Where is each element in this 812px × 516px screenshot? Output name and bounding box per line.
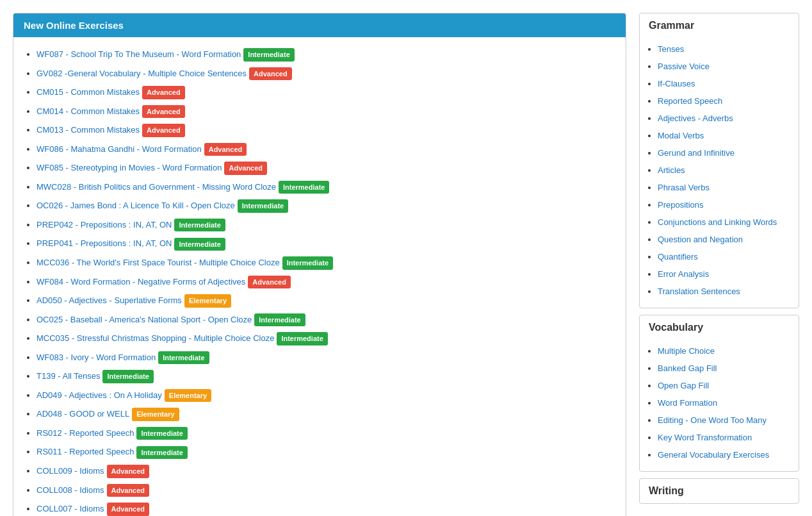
sidebar-item: Key Word Transformation <box>658 429 790 446</box>
exercise-link[interactable]: CM015 - Common Mistakes <box>37 87 140 97</box>
level-badge: Intermediate <box>174 238 225 251</box>
level-badge: Advanced <box>142 86 185 99</box>
sidebar-link[interactable]: Translation Sentences <box>658 287 740 296</box>
exercise-link[interactable]: WF086 - Mahatma Gandhi - Word Formation <box>37 144 202 154</box>
sidebar-item: Articles <box>658 162 790 179</box>
sidebar-link[interactable]: Phrasal Verbs <box>658 183 710 192</box>
sidebar-link[interactable]: Banked Gap Fill <box>658 363 717 373</box>
sidebar-item: Banked Gap Fill <box>658 360 790 377</box>
sidebar-link[interactable]: Modal Verbs <box>658 131 704 140</box>
exercise-link[interactable]: MCC036 - The World's First Space Tourist… <box>37 258 280 267</box>
list-item: MCC036 - The World's First Space Tourist… <box>37 253 615 272</box>
list-item: WF086 - Mahatma Gandhi - Word FormationA… <box>37 140 615 159</box>
exercise-link[interactable]: WF087 - School Trip To The Museum - Word… <box>37 49 241 59</box>
exercise-link[interactable]: CM014 - Common Mistakes <box>37 106 140 116</box>
exercise-link[interactable]: RS012 - Reported Speech <box>37 428 134 438</box>
list-item: AD050 - Adjectives - Superlative FormsEl… <box>37 291 615 310</box>
exercise-link[interactable]: MWC028 - British Politics and Government… <box>37 182 276 192</box>
exercise-link[interactable]: GV082 -General Vocabulary - Multiple Cho… <box>37 69 247 78</box>
list-item: T139 - All TensesIntermediate <box>37 367 615 386</box>
list-item: CM013 - Common MistakesAdvanced <box>37 121 615 140</box>
level-badge: Advanced <box>107 503 150 516</box>
exercise-link[interactable]: WF083 - Ivory - Word Formation <box>37 353 156 362</box>
sidebar-link[interactable]: Editing - One Word Too Many <box>658 415 767 425</box>
sidebar-link[interactable]: Conjunctions and Linking Words <box>658 217 777 227</box>
exercises-title: New Online Exercises <box>24 20 124 31</box>
sidebar-item: General Vocabulary Exercises <box>658 446 790 463</box>
sidebar-link[interactable]: Error Analysis <box>658 269 709 279</box>
level-badge: Elementary <box>184 294 231 308</box>
exercise-link[interactable]: COLL008 - Idioms <box>37 485 104 495</box>
vocabulary-title: Vocabulary <box>640 315 799 340</box>
sidebar-item: Multiple Choice <box>658 342 790 360</box>
exercise-link[interactable]: CM013 - Common Mistakes <box>37 125 140 135</box>
sidebar-link[interactable]: Passive Voice <box>658 62 710 71</box>
level-badge: Advanced <box>142 105 185 119</box>
exercises-header: New Online Exercises <box>13 13 626 37</box>
list-item: CM015 - Common MistakesAdvanced <box>37 83 615 102</box>
exercise-link[interactable]: PREP042 - Prepositions : IN, AT, ON <box>37 220 172 229</box>
sidebar-link[interactable]: Tenses <box>658 44 684 54</box>
exercise-link[interactable]: T139 - All Tenses <box>37 371 100 381</box>
sidebar-link[interactable]: Adjectives - Adverbs <box>658 113 733 123</box>
sidebar-link[interactable]: Multiple Choice <box>658 346 715 356</box>
exercises-body: WF087 - School Trip To The Museum - Word… <box>13 37 626 516</box>
exercise-link[interactable]: COLL007 - Idioms <box>37 504 104 513</box>
main-content: New Online Exercises WF087 - School Trip… <box>13 13 626 516</box>
exercise-link[interactable]: COLL009 - Idioms <box>37 466 104 476</box>
exercise-link[interactable]: AD048 - GOOD or WELL <box>37 409 129 419</box>
exercise-link[interactable]: OC025 - Baseball - America's National Sp… <box>37 315 252 324</box>
sidebar-item: Editing - One Word Too Many <box>658 412 790 429</box>
level-badge: Advanced <box>248 276 291 289</box>
vocabulary-section: Vocabulary Multiple ChoiceBanked Gap Fil… <box>639 315 799 472</box>
sidebar-link[interactable]: Open Gap Fill <box>658 381 709 390</box>
list-item: AD049 - Adjectives : On A HolidayElement… <box>37 386 615 405</box>
exercise-link[interactable]: RS011 - Reported Speech <box>37 447 134 456</box>
sidebar-link[interactable]: If-Clauses <box>658 79 695 88</box>
sidebar-link[interactable]: Word Formation <box>658 398 717 408</box>
writing-section: Writing <box>639 478 799 504</box>
sidebar-link[interactable]: General Vocabulary Exercises <box>658 450 769 460</box>
level-badge: Advanced <box>204 143 247 156</box>
sidebar-item: Open Gap Fill <box>658 377 790 394</box>
exercise-link[interactable]: WF085 - Stereotyping in Movies - Word Fo… <box>37 163 222 172</box>
sidebar-link[interactable]: Articles <box>658 165 685 175</box>
sidebar-item: Gerund and Infinitive <box>658 144 790 162</box>
list-item: COLL009 - IdiomsAdvanced <box>37 462 615 481</box>
level-badge: Intermediate <box>102 370 153 383</box>
sidebar-item: If-Clauses <box>658 75 790 92</box>
level-badge: Intermediate <box>136 427 187 440</box>
exercise-link[interactable]: WF084 - Word Formation - Negative Forms … <box>37 277 245 287</box>
exercise-link[interactable]: OC026 - James Bond : A Licence To Kill -… <box>37 201 235 210</box>
list-item: PREP041 - Prepositions : IN, AT, ONInter… <box>37 234 615 253</box>
grammar-list: TensesPassive VoiceIf-ClausesReported Sp… <box>640 38 799 308</box>
list-item: COLL007 - IdiomsAdvanced <box>37 499 615 516</box>
sidebar-link[interactable]: Key Word Transformation <box>658 433 752 442</box>
writing-title: Writing <box>640 479 799 503</box>
sidebar-link[interactable]: Prepositions <box>658 200 704 210</box>
sidebar-item: Modal Verbs <box>658 127 790 144</box>
list-item: WF087 - School Trip To The Museum - Word… <box>37 45 615 64</box>
exercise-link[interactable]: MCC035 - Stressful Christmas Shopping - … <box>37 333 274 343</box>
level-badge: Advanced <box>224 162 267 175</box>
sidebar-link[interactable]: Gerund and Infinitive <box>658 148 735 158</box>
list-item: WF083 - Ivory - Word FormationIntermedia… <box>37 348 615 367</box>
list-item: MCC035 - Stressful Christmas Shopping - … <box>37 329 615 348</box>
level-badge: Intermediate <box>238 199 288 213</box>
level-badge: Intermediate <box>158 351 209 365</box>
list-item: RS012 - Reported SpeechIntermediate <box>37 424 615 443</box>
sidebar-link[interactable]: Reported Speech <box>658 96 722 106</box>
exercise-link[interactable]: AD050 - Adjectives - Superlative Forms <box>37 295 182 305</box>
exercise-link[interactable]: AD049 - Adjectives : On A Holiday <box>37 390 162 400</box>
level-badge: Advanced <box>249 67 292 81</box>
grammar-section: Grammar TensesPassive VoiceIf-ClausesRep… <box>639 13 799 308</box>
sidebar-link[interactable]: Quantifiers <box>658 252 698 262</box>
exercises-panel: New Online Exercises WF087 - School Trip… <box>13 13 626 516</box>
sidebar-item: Conjunctions and Linking Words <box>658 213 790 231</box>
list-item: WF084 - Word Formation - Negative Forms … <box>37 272 615 292</box>
sidebar-item: Word Formation <box>658 394 790 412</box>
sidebar-item: Adjectives - Adverbs <box>658 110 790 127</box>
exercise-link[interactable]: PREP041 - Prepositions : IN, AT, ON <box>37 238 172 248</box>
sidebar-link[interactable]: Question and Negation <box>658 235 743 244</box>
sidebar-item: Error Analysis <box>658 265 790 283</box>
